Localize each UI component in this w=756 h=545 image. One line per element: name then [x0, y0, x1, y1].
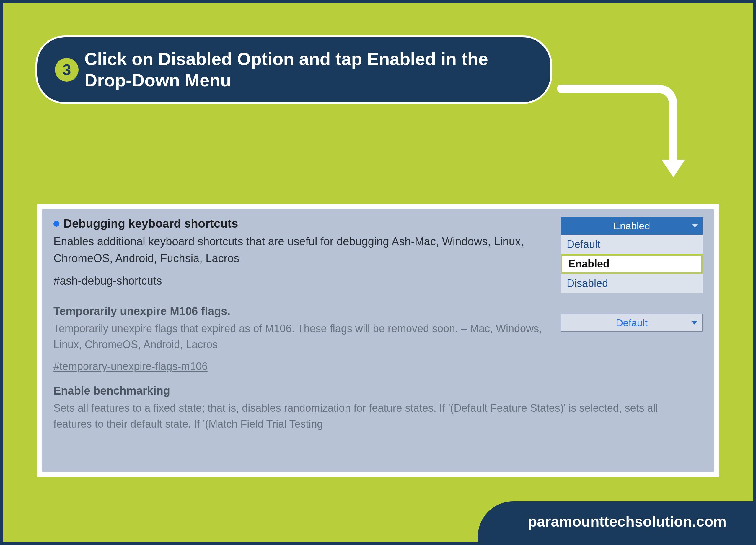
step-number-badge: 3 [55, 58, 79, 82]
flag-item: Debugging keyboard shortcuts Enables add… [53, 217, 703, 293]
flag-hash: #ash-debug-shortcuts [53, 275, 549, 287]
flag-title: Temporarily unexpire M106 flags. [53, 305, 549, 318]
modified-dot-icon [53, 221, 59, 227]
tutorial-slide: 3 Click on Disabled Option and tap Enabl… [0, 0, 756, 545]
step-title: Click on Disabled Option and tap Enabled… [84, 48, 533, 91]
flag-description: Temporarily unexpire flags that expired … [53, 321, 549, 353]
chevron-down-icon [692, 224, 698, 227]
flag-dropdown: Enabled Default Enabled Disabled [561, 217, 703, 293]
step-number: 3 [63, 61, 71, 79]
flag-title-text: Debugging keyboard shortcuts [63, 217, 238, 230]
flag-title-text: Temporarily unexpire M106 flags. [53, 305, 230, 318]
flag-item: Enable benchmarking Sets all features to… [53, 385, 703, 432]
flag-title: Enable benchmarking [53, 385, 691, 397]
flag-hash: #temporary-unexpire-flags-m106 [53, 360, 549, 373]
flag-description: Sets all features to a fixed state; that… [53, 400, 691, 432]
flag-title-text: Enable benchmarking [53, 385, 170, 397]
dropdown-option-disabled[interactable]: Disabled [561, 274, 703, 293]
dropdown-selected-button[interactable]: Enabled [561, 217, 703, 235]
flag-title: Debugging keyboard shortcuts [53, 217, 549, 230]
flag-item: Temporarily unexpire M106 flags. Tempora… [53, 305, 703, 373]
dropdown-selected-label: Enabled [613, 220, 650, 232]
footer-attribution: paramounttechsolution.com [478, 501, 753, 542]
screenshot-frame: Debugging keyboard shortcuts Enables add… [37, 204, 719, 477]
dropdown-list: Default Enabled Disabled [561, 235, 703, 293]
step-header: 3 Click on Disabled Option and tap Enabl… [35, 35, 552, 104]
dropdown-option-enabled[interactable]: Enabled [561, 254, 703, 274]
flag-dropdown: Default [561, 305, 703, 332]
guide-arrow [555, 77, 697, 195]
dropdown-option-default[interactable]: Default [561, 235, 703, 254]
dropdown-selected-label: Default [616, 317, 648, 329]
chevron-down-icon [691, 321, 697, 325]
dropdown-selected-button[interactable]: Default [561, 314, 703, 332]
footer-text: paramounttechsolution.com [528, 513, 726, 530]
flag-description: Enables additional keyboard shortcuts th… [53, 233, 549, 267]
flags-panel: Debugging keyboard shortcuts Enables add… [42, 209, 714, 472]
